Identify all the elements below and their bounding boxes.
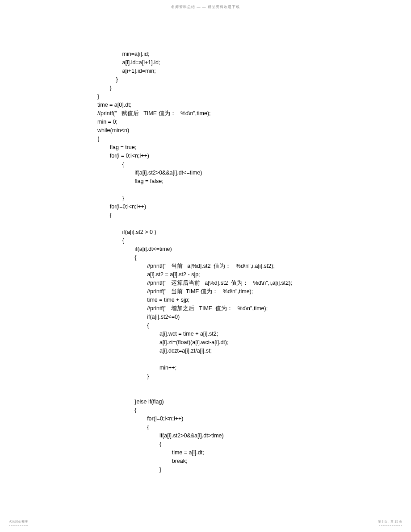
header-text: 名师资料总结 — — 精品资料欢迎下载 xyxy=(171,5,240,9)
code-content: min=a[i].id; a[i].id=a[i+1].id; a[i+1].i… xyxy=(97,50,292,474)
footer-left-underline xyxy=(9,525,28,526)
footer-left-text: 名师精心整理 xyxy=(9,520,28,523)
page-header: 名师资料总结 — — 精品资料欢迎下载 xyxy=(0,4,411,9)
footer-right: 第 3 页，共 15 页 xyxy=(378,520,402,524)
footer-left: 名师精心整理 xyxy=(9,520,28,524)
footer-right-text: 第 3 页，共 15 页 xyxy=(378,520,402,523)
header-underline xyxy=(179,10,232,10)
footer-right-underline xyxy=(379,525,402,526)
